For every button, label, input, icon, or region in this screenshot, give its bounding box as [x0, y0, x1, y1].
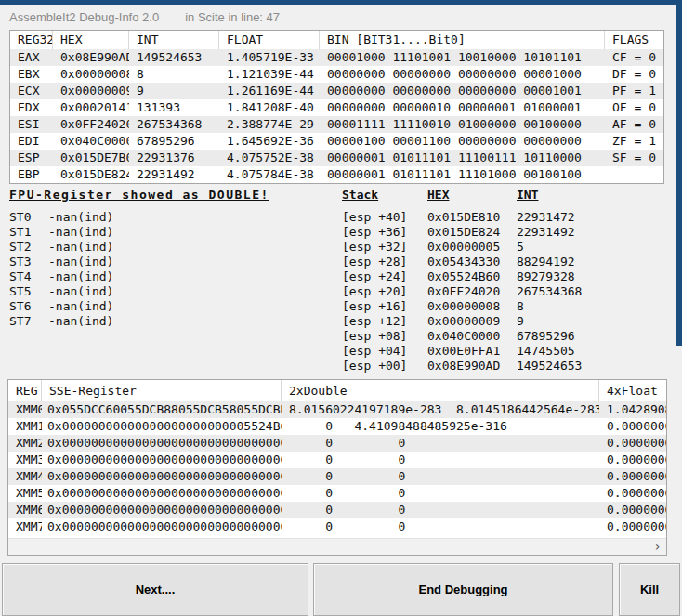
list-item: ST4-nan(ind): [9, 269, 269, 284]
register-bin: 00000000 00000000 00000000 00001001: [320, 83, 605, 99]
list-item: [esp +08]0x040C000067895296: [342, 329, 582, 344]
window-title: AssembleIt2 Debug-Info 2.0: [9, 10, 159, 24]
table-row: XMM2 0x00000000000000000000000000000000 …: [8, 435, 666, 452]
register-bin: 00000100 00001100 00000000 00000000: [320, 133, 605, 150]
register-hex: 0x00000008: [53, 66, 129, 83]
stack-int: 9: [517, 314, 582, 329]
table-row: EAX 0x08E990AD 149524653 1.405719E-33 00…: [10, 49, 663, 66]
xmm-2xdouble: 0 0: [282, 518, 599, 535]
stack-section: Stack HEX INT [esp +40]0x015DE8102293147…: [342, 187, 582, 374]
list-item: ST1-nan(ind): [9, 225, 269, 240]
xmm-register-hex: 0x00000000000000000000000005524B60: [42, 418, 282, 435]
fpu-register-value: -nan(ind): [48, 284, 113, 298]
register-int: 149524653: [129, 49, 219, 66]
col-header-stack-hex: HEX: [427, 187, 517, 203]
list-item: [esp +28]0x0543433088294192: [342, 255, 582, 269]
list-item: [esp +36]0x015DE82422931492: [342, 225, 582, 240]
next-button[interactable]: Next....: [2, 563, 308, 616]
end-debugging-button[interactable]: End Debugging: [313, 563, 613, 616]
list-item: [esp +20]0x0FF24020267534368: [342, 284, 582, 299]
xmm-register-name: XMM5: [8, 485, 42, 502]
list-item: [esp +32]0x000000055: [342, 240, 582, 255]
register-float: 1.405719E-33: [219, 49, 320, 66]
table-row: EDX 0x00020141 131393 1.841208E-40 00000…: [10, 99, 663, 116]
scroll-right-icon[interactable]: ›: [649, 539, 666, 554]
table-row: ESI 0x0FF24020 267534368 2.388774E-29 00…: [10, 116, 663, 133]
register-int: 9: [129, 83, 219, 99]
stack-addr: [esp +24]: [342, 269, 427, 284]
register-int: 131393: [129, 99, 219, 116]
flag-value: SF = 0: [605, 150, 663, 166]
register-hex: 0x040C0000: [53, 133, 129, 150]
register-name: EBP: [10, 166, 53, 183]
stack-int: 88294192: [517, 255, 582, 269]
flag-value: AF = 0: [605, 116, 663, 133]
fpu-register-name: ST4: [9, 269, 48, 284]
fpu-register-value: -nan(ind): [48, 269, 113, 283]
stack-header: Stack HEX INT: [342, 187, 582, 203]
xmm-register-hex: 0x055DCC60055DCB88055DCB58055DCBB8: [42, 401, 282, 418]
xmm-2xdouble: 0 4.41098488485925e-316: [282, 418, 599, 435]
register-table-header: REG32 HEX INT FLOAT BIN [BIT31....Bit0] …: [10, 31, 663, 49]
stack-hex: 0x05434330: [427, 255, 517, 269]
stack-hex: 0x05524B60: [427, 269, 517, 284]
kill-button[interactable]: Kill: [619, 563, 680, 616]
col-header-hex: HEX: [53, 31, 129, 49]
table-row: XMM4 0x00000000000000000000000000000000 …: [8, 468, 666, 485]
sse-horizontal-scrollbar[interactable]: ›: [8, 538, 666, 555]
xmm-4xfloat: 1.0428908E: [599, 401, 666, 418]
col-header-2xdouble: 2xDouble: [282, 380, 599, 401]
register-hex: 0x08E990AD: [53, 49, 129, 66]
xmm-2xdouble: 0 0: [282, 502, 599, 518]
list-item: ST5-nan(ind): [9, 284, 269, 299]
fpu-register-value: -nan(ind): [48, 255, 113, 269]
sse-table-body: XMM0 0x055DCC60055DCB88055DCB58055DCBB8 …: [8, 401, 666, 535]
fpu-register-value: -nan(ind): [48, 225, 113, 239]
xmm-4xfloat: 0.00000000: [599, 435, 666, 452]
stack-addr: [esp +04]: [342, 344, 427, 359]
table-row: XMM7 0x00000000000000000000000000000000 …: [8, 518, 666, 535]
stack-hex: 0x0FF24020: [427, 284, 517, 299]
fpu-section: FPU-Register showed as DOUBLE! ST0-nan(i…: [9, 187, 269, 329]
stack-int: 89279328: [517, 269, 582, 284]
stack-addr: [esp +28]: [342, 255, 427, 269]
stack-hex: 0x015DE810: [427, 210, 517, 225]
stack-int: 14745505: [517, 344, 582, 359]
stack-addr: [esp +00]: [342, 359, 427, 374]
flag-value: DF = 0: [605, 66, 663, 83]
table-row: ECX 0x00000009 9 1.261169E-44 00000000 0…: [10, 83, 663, 99]
register-name: EAX: [10, 49, 53, 66]
fpu-register-name: ST2: [9, 240, 48, 255]
register-name: ECX: [10, 83, 53, 99]
register-int: 267534368: [129, 116, 219, 133]
list-item: [esp +16]0x000000088: [342, 299, 582, 314]
col-header-int: INT: [129, 31, 219, 49]
list-item: ST6-nan(ind): [9, 299, 269, 314]
register-int: 8: [129, 66, 219, 83]
col-header-sse-reg: REG: [8, 380, 42, 401]
col-header-float: FLOAT: [219, 31, 320, 49]
xmm-register-hex: 0x00000000000000000000000000000000: [42, 468, 282, 485]
titlebar: AssembleIt2 Debug-Info 2.0 in Scite in l…: [0, 5, 675, 30]
register-int: 67895296: [129, 133, 219, 150]
fpu-register-value: -nan(ind): [48, 210, 113, 224]
stack-int: 22931472: [517, 210, 582, 225]
list-item: [esp +00]0x08E990AD149524653: [342, 359, 582, 374]
xmm-4xfloat: 0.00000000: [599, 468, 666, 485]
list-item: [esp +40]0x015DE81022931472: [342, 210, 582, 225]
stack-int: 149524653: [517, 359, 582, 374]
register-table: REG32 HEX INT FLOAT BIN [BIT31....Bit0] …: [9, 30, 664, 184]
flag-value: ZF = 1: [605, 133, 663, 150]
register-table-body: EAX 0x08E990AD 149524653 1.405719E-33 00…: [10, 49, 663, 183]
fpu-register-name: ST5: [9, 284, 48, 299]
stack-int: 22931492: [517, 225, 582, 240]
stack-int: 267534368: [517, 284, 582, 299]
sse-table-header: REG SSE-Register 2xDouble 4xFloat: [8, 380, 666, 401]
list-item: ST0-nan(ind): [9, 210, 269, 225]
stack-hex: 0x08E990AD: [427, 359, 517, 374]
fpu-register-value: -nan(ind): [48, 299, 113, 313]
register-bin: 00000001 01011101 11100111 10110000: [320, 150, 605, 166]
xmm-register-name: XMM4: [8, 468, 42, 485]
register-float: 4.075752E-38: [219, 150, 320, 166]
stack-addr: [esp +12]: [342, 314, 427, 329]
